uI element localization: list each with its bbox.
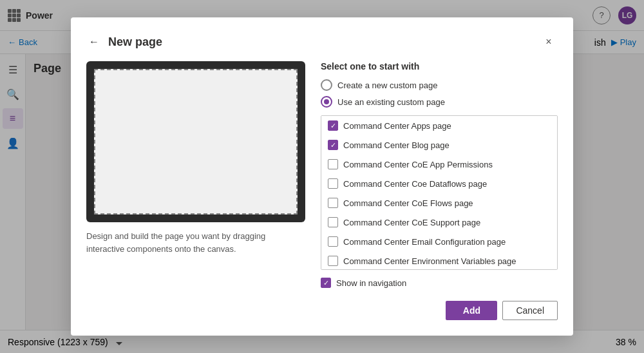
- radio-create-new-label: Create a new custom page: [337, 81, 437, 90]
- radio-use-existing-label: Use an existing custom page: [337, 97, 445, 107]
- dialog-header: ← New page ×: [86, 33, 558, 51]
- page-checkbox-blog[interactable]: [328, 140, 338, 150]
- page-checkbox-dataflows[interactable]: [328, 178, 338, 189]
- radio-use-existing[interactable]: Use an existing custom page: [321, 96, 558, 108]
- page-item-label: Command Center Blog page: [343, 140, 450, 150]
- page-item-label: Command Center CoE Support page: [343, 218, 480, 227]
- dialog-overlay: ← New page × Design and build the page y…: [0, 0, 644, 353]
- page-list-item[interactable]: Command Center Email Configuration page: [321, 232, 557, 251]
- page-item-label: Command Center Coe Dataflows page: [343, 179, 487, 189]
- show-in-navigation-checkbox[interactable]: [321, 278, 331, 288]
- page-checkbox-email_config[interactable]: [328, 236, 338, 247]
- page-item-label: Command Center Apps page: [343, 121, 451, 131]
- page-list-item[interactable]: Command Center Blog page: [321, 135, 557, 155]
- page-checkbox-flows[interactable]: [328, 198, 338, 208]
- select-label: Select one to start with: [321, 61, 558, 72]
- right-panel: Select one to start with Create a new cu…: [321, 61, 558, 288]
- page-list-item[interactable]: Command Center CoE App Permissions: [321, 155, 557, 174]
- pages-list-container: Command Center Apps pageCommand Center B…: [321, 115, 558, 270]
- dialog-title: New page: [108, 35, 162, 49]
- page-item-label: Command Center CoE App Permissions: [343, 160, 493, 169]
- show-in-navigation-label: Show in navigation: [336, 278, 406, 288]
- page-checkbox-env_vars[interactable]: [328, 256, 338, 266]
- dialog-footer: Add Cancel: [86, 301, 558, 320]
- page-list-item[interactable]: Command Center Environment Variables pag…: [321, 251, 557, 269]
- cancel-button[interactable]: Cancel: [502, 301, 558, 320]
- page-item-label: Command Center Environment Variables pag…: [343, 256, 516, 266]
- radio-create-new-circle: [321, 79, 332, 91]
- page-list-item[interactable]: Command Center Coe Dataflows page: [321, 174, 557, 193]
- page-list-item[interactable]: Command Center CoE Support page: [321, 213, 557, 232]
- page-checkbox-coe_app[interactable]: [328, 159, 338, 169]
- page-list-item[interactable]: Command Center Apps page: [321, 116, 557, 135]
- page-item-label: Command Center Email Configuration page: [343, 237, 506, 247]
- page-list-item[interactable]: Command Center CoE Flows page: [321, 193, 557, 213]
- add-button[interactable]: Add: [446, 301, 497, 320]
- dialog-body: Design and build the page you want by dr…: [86, 61, 558, 288]
- dialog-close-button[interactable]: ×: [540, 33, 558, 51]
- pages-list[interactable]: Command Center Apps pageCommand Center B…: [321, 116, 557, 269]
- radio-use-existing-circle: [321, 96, 332, 108]
- new-page-dialog: ← New page × Design and build the page y…: [71, 17, 573, 336]
- canvas-preview-panel: Design and build the page you want by dr…: [86, 61, 305, 288]
- radio-group: Create a new custom page Use an existing…: [321, 79, 558, 108]
- canvas-frame: [86, 61, 305, 222]
- canvas-description: Design and build the page you want by dr…: [86, 230, 305, 255]
- canvas-inner: [94, 69, 298, 215]
- page-checkbox-support[interactable]: [328, 217, 338, 227]
- radio-create-new[interactable]: Create a new custom page: [321, 79, 558, 91]
- page-item-label: Command Center CoE Flows page: [343, 198, 473, 208]
- page-checkbox-apps[interactable]: [328, 120, 338, 131]
- navigation-row[interactable]: Show in navigation: [321, 278, 558, 288]
- dialog-back-button[interactable]: ←: [86, 34, 102, 50]
